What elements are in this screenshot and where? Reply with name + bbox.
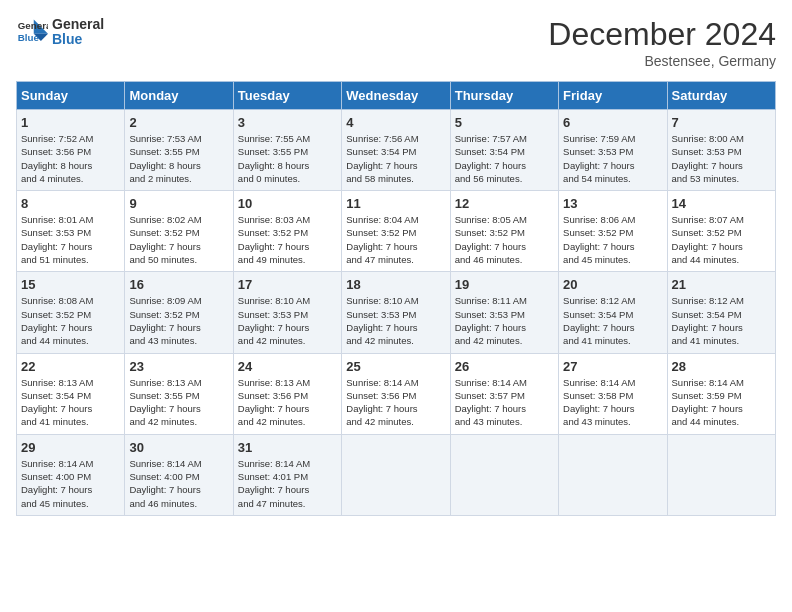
day-info: Sunrise: 7:53 AM Sunset: 3:55 PM Dayligh…: [129, 132, 228, 185]
day-number: 18: [346, 277, 445, 292]
day-info: Sunrise: 8:14 AM Sunset: 3:56 PM Dayligh…: [346, 376, 445, 429]
svg-text:General: General: [18, 20, 48, 31]
calendar-header-row: Sunday Monday Tuesday Wednesday Thursday…: [17, 82, 776, 110]
day-info: Sunrise: 8:03 AM Sunset: 3:52 PM Dayligh…: [238, 213, 337, 266]
calendar-week-row: 8Sunrise: 8:01 AM Sunset: 3:53 PM Daylig…: [17, 191, 776, 272]
month-title: December 2024: [548, 16, 776, 53]
day-info: Sunrise: 8:08 AM Sunset: 3:52 PM Dayligh…: [21, 294, 120, 347]
calendar-cell: 24Sunrise: 8:13 AM Sunset: 3:56 PM Dayli…: [233, 353, 341, 434]
calendar-cell: 8Sunrise: 8:01 AM Sunset: 3:53 PM Daylig…: [17, 191, 125, 272]
calendar-cell: [667, 434, 775, 515]
day-number: 14: [672, 196, 771, 211]
day-info: Sunrise: 8:11 AM Sunset: 3:53 PM Dayligh…: [455, 294, 554, 347]
day-info: Sunrise: 8:07 AM Sunset: 3:52 PM Dayligh…: [672, 213, 771, 266]
calendar-cell: 4Sunrise: 7:56 AM Sunset: 3:54 PM Daylig…: [342, 110, 450, 191]
calendar-cell: 31Sunrise: 8:14 AM Sunset: 4:01 PM Dayli…: [233, 434, 341, 515]
svg-text:Blue: Blue: [18, 32, 40, 43]
day-number: 16: [129, 277, 228, 292]
day-number: 5: [455, 115, 554, 130]
calendar-cell: 12Sunrise: 8:05 AM Sunset: 3:52 PM Dayli…: [450, 191, 558, 272]
col-thursday: Thursday: [450, 82, 558, 110]
day-number: 25: [346, 359, 445, 374]
day-info: Sunrise: 8:02 AM Sunset: 3:52 PM Dayligh…: [129, 213, 228, 266]
calendar-cell: 20Sunrise: 8:12 AM Sunset: 3:54 PM Dayli…: [559, 272, 667, 353]
calendar-cell: 28Sunrise: 8:14 AM Sunset: 3:59 PM Dayli…: [667, 353, 775, 434]
calendar-cell: 23Sunrise: 8:13 AM Sunset: 3:55 PM Dayli…: [125, 353, 233, 434]
day-number: 9: [129, 196, 228, 211]
col-friday: Friday: [559, 82, 667, 110]
day-info: Sunrise: 7:56 AM Sunset: 3:54 PM Dayligh…: [346, 132, 445, 185]
logo: General Blue General Blue: [16, 16, 104, 48]
title-area: December 2024 Bestensee, Germany: [548, 16, 776, 69]
day-info: Sunrise: 8:14 AM Sunset: 4:00 PM Dayligh…: [21, 457, 120, 510]
calendar-cell: 7Sunrise: 8:00 AM Sunset: 3:53 PM Daylig…: [667, 110, 775, 191]
calendar-cell: 5Sunrise: 7:57 AM Sunset: 3:54 PM Daylig…: [450, 110, 558, 191]
calendar-cell: 25Sunrise: 8:14 AM Sunset: 3:56 PM Dayli…: [342, 353, 450, 434]
day-number: 26: [455, 359, 554, 374]
calendar-cell: 15Sunrise: 8:08 AM Sunset: 3:52 PM Dayli…: [17, 272, 125, 353]
calendar-cell: 18Sunrise: 8:10 AM Sunset: 3:53 PM Dayli…: [342, 272, 450, 353]
day-number: 11: [346, 196, 445, 211]
day-info: Sunrise: 8:12 AM Sunset: 3:54 PM Dayligh…: [672, 294, 771, 347]
calendar-cell: 14Sunrise: 8:07 AM Sunset: 3:52 PM Dayli…: [667, 191, 775, 272]
day-number: 10: [238, 196, 337, 211]
calendar-cell: 2Sunrise: 7:53 AM Sunset: 3:55 PM Daylig…: [125, 110, 233, 191]
col-tuesday: Tuesday: [233, 82, 341, 110]
logo-text-blue: Blue: [52, 32, 104, 47]
day-info: Sunrise: 7:57 AM Sunset: 3:54 PM Dayligh…: [455, 132, 554, 185]
calendar-cell: 21Sunrise: 8:12 AM Sunset: 3:54 PM Dayli…: [667, 272, 775, 353]
day-number: 13: [563, 196, 662, 211]
day-number: 27: [563, 359, 662, 374]
day-info: Sunrise: 8:06 AM Sunset: 3:52 PM Dayligh…: [563, 213, 662, 266]
page-header: General Blue General Blue December 2024 …: [16, 16, 776, 69]
calendar-cell: [342, 434, 450, 515]
day-info: Sunrise: 8:14 AM Sunset: 3:58 PM Dayligh…: [563, 376, 662, 429]
day-number: 19: [455, 277, 554, 292]
calendar-cell: 27Sunrise: 8:14 AM Sunset: 3:58 PM Dayli…: [559, 353, 667, 434]
calendar-week-row: 15Sunrise: 8:08 AM Sunset: 3:52 PM Dayli…: [17, 272, 776, 353]
calendar-cell: 13Sunrise: 8:06 AM Sunset: 3:52 PM Dayli…: [559, 191, 667, 272]
col-sunday: Sunday: [17, 82, 125, 110]
day-number: 4: [346, 115, 445, 130]
day-number: 12: [455, 196, 554, 211]
calendar-cell: 17Sunrise: 8:10 AM Sunset: 3:53 PM Dayli…: [233, 272, 341, 353]
calendar-cell: 16Sunrise: 8:09 AM Sunset: 3:52 PM Dayli…: [125, 272, 233, 353]
day-number: 30: [129, 440, 228, 455]
day-number: 28: [672, 359, 771, 374]
calendar-cell: 26Sunrise: 8:14 AM Sunset: 3:57 PM Dayli…: [450, 353, 558, 434]
calendar-cell: 10Sunrise: 8:03 AM Sunset: 3:52 PM Dayli…: [233, 191, 341, 272]
day-info: Sunrise: 7:52 AM Sunset: 3:56 PM Dayligh…: [21, 132, 120, 185]
calendar-cell: 3Sunrise: 7:55 AM Sunset: 3:55 PM Daylig…: [233, 110, 341, 191]
day-info: Sunrise: 8:01 AM Sunset: 3:53 PM Dayligh…: [21, 213, 120, 266]
calendar-cell: 19Sunrise: 8:11 AM Sunset: 3:53 PM Dayli…: [450, 272, 558, 353]
calendar-week-row: 22Sunrise: 8:13 AM Sunset: 3:54 PM Dayli…: [17, 353, 776, 434]
calendar-cell: 22Sunrise: 8:13 AM Sunset: 3:54 PM Dayli…: [17, 353, 125, 434]
day-number: 6: [563, 115, 662, 130]
logo-icon: General Blue: [16, 16, 48, 48]
day-number: 22: [21, 359, 120, 374]
day-info: Sunrise: 8:09 AM Sunset: 3:52 PM Dayligh…: [129, 294, 228, 347]
calendar-cell: 9Sunrise: 8:02 AM Sunset: 3:52 PM Daylig…: [125, 191, 233, 272]
day-number: 17: [238, 277, 337, 292]
calendar-cell: 6Sunrise: 7:59 AM Sunset: 3:53 PM Daylig…: [559, 110, 667, 191]
day-info: Sunrise: 8:00 AM Sunset: 3:53 PM Dayligh…: [672, 132, 771, 185]
day-info: Sunrise: 8:04 AM Sunset: 3:52 PM Dayligh…: [346, 213, 445, 266]
day-number: 15: [21, 277, 120, 292]
day-number: 3: [238, 115, 337, 130]
day-number: 20: [563, 277, 662, 292]
day-info: Sunrise: 7:55 AM Sunset: 3:55 PM Dayligh…: [238, 132, 337, 185]
calendar-cell: [450, 434, 558, 515]
calendar-table: Sunday Monday Tuesday Wednesday Thursday…: [16, 81, 776, 516]
day-number: 7: [672, 115, 771, 130]
col-saturday: Saturday: [667, 82, 775, 110]
day-info: Sunrise: 8:05 AM Sunset: 3:52 PM Dayligh…: [455, 213, 554, 266]
calendar-cell: 1Sunrise: 7:52 AM Sunset: 3:56 PM Daylig…: [17, 110, 125, 191]
day-info: Sunrise: 8:10 AM Sunset: 3:53 PM Dayligh…: [238, 294, 337, 347]
day-info: Sunrise: 8:14 AM Sunset: 3:59 PM Dayligh…: [672, 376, 771, 429]
day-info: Sunrise: 8:13 AM Sunset: 3:54 PM Dayligh…: [21, 376, 120, 429]
day-info: Sunrise: 8:14 AM Sunset: 3:57 PM Dayligh…: [455, 376, 554, 429]
day-number: 21: [672, 277, 771, 292]
day-info: Sunrise: 8:13 AM Sunset: 3:56 PM Dayligh…: [238, 376, 337, 429]
col-monday: Monday: [125, 82, 233, 110]
calendar-week-row: 29Sunrise: 8:14 AM Sunset: 4:00 PM Dayli…: [17, 434, 776, 515]
